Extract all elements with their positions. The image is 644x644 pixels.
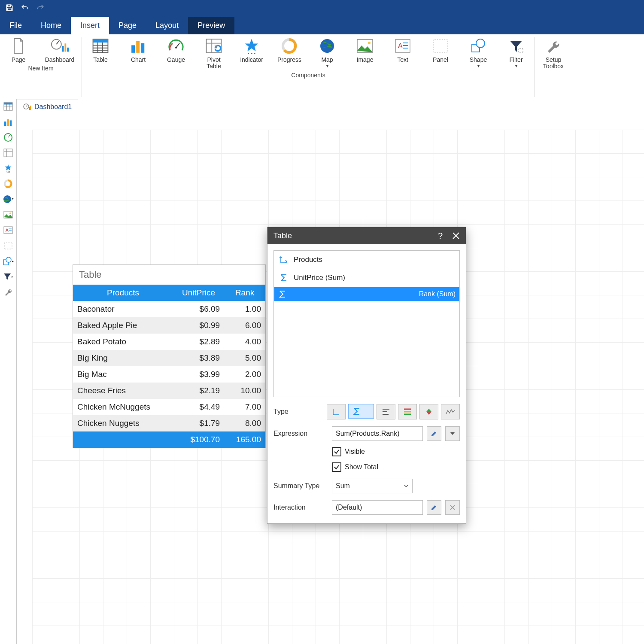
col-products[interactable]: Products bbox=[73, 285, 173, 301]
svg-point-17 bbox=[175, 47, 177, 49]
chevron-down-icon: ▾ bbox=[326, 64, 328, 68]
toolbox-text-icon[interactable]: A bbox=[3, 225, 14, 236]
toolbox-progress-icon[interactable] bbox=[3, 178, 14, 189]
toolbox-shape-icon[interactable]: ▸ bbox=[3, 255, 14, 267]
panel-icon bbox=[431, 37, 450, 55]
toolbox-panel-icon[interactable] bbox=[3, 240, 14, 251]
ribbon-filter[interactable]: Filter▾ bbox=[502, 37, 530, 63]
col-unitprice[interactable]: UnitPrice bbox=[173, 285, 224, 301]
image-icon bbox=[356, 37, 374, 55]
toolbox-pivot-icon[interactable] bbox=[3, 147, 14, 158]
toolbox-gauge-icon[interactable] bbox=[3, 132, 14, 143]
ribbon-group-label: Components bbox=[291, 72, 325, 79]
svg-marker-51 bbox=[5, 164, 12, 170]
dimension-icon bbox=[279, 255, 289, 264]
table-row[interactable]: Cheese Fries$2.1910.00 bbox=[73, 383, 265, 399]
ribbon-dashboard[interactable]: Dashboard bbox=[42, 37, 77, 63]
toolbox-table-icon[interactable] bbox=[3, 101, 14, 112]
menu-home[interactable]: Home bbox=[31, 17, 71, 34]
toolbox-map-icon[interactable]: ▸ bbox=[3, 194, 14, 205]
ribbon-page[interactable]: Page bbox=[4, 37, 33, 63]
type-dimension-button[interactable] bbox=[327, 404, 346, 419]
progress-icon bbox=[280, 37, 298, 55]
ribbon-panel[interactable]: Panel bbox=[426, 37, 455, 63]
edit-expression-button[interactable] bbox=[427, 426, 441, 441]
table-row[interactable]: Big King$3.895.00 bbox=[73, 350, 265, 366]
table-row[interactable]: Big Mac$3.992.00 bbox=[73, 366, 265, 383]
table-row[interactable]: Baked Potato$2.894.00 bbox=[73, 334, 265, 350]
ribbon-setup-toolbox[interactable]: Setup Toolbox bbox=[539, 37, 568, 70]
svg-rect-13 bbox=[131, 45, 135, 52]
workspace: 100 ▸ A ▸ ▸ Dashboard1 Table Products bbox=[0, 99, 644, 644]
tab-dashboard1[interactable]: Dashboard1 bbox=[17, 100, 78, 114]
toolbox-chart-icon[interactable] bbox=[3, 116, 14, 128]
toolbox-setup-icon[interactable] bbox=[3, 286, 14, 298]
design-canvas[interactable]: Table Products UnitPrice Rank Baconator$… bbox=[17, 114, 644, 644]
toolbox-image-icon[interactable] bbox=[3, 209, 14, 220]
interaction-input[interactable]: (Default) bbox=[332, 500, 423, 515]
table-row[interactable]: Chicken McNuggets$4.497.00 bbox=[73, 399, 265, 415]
chevron-down-icon: ▾ bbox=[477, 64, 480, 68]
chart-icon bbox=[129, 37, 147, 55]
clear-interaction-button[interactable] bbox=[445, 500, 460, 515]
table-row[interactable]: Baked Apple Pie$0.996.00 bbox=[73, 317, 265, 334]
visible-checkbox[interactable]: Visible bbox=[332, 447, 460, 456]
ribbon-indicator[interactable]: 100Indicator bbox=[237, 37, 266, 63]
field-products[interactable]: Products bbox=[274, 251, 459, 269]
toolbox-indicator-icon[interactable]: 100 bbox=[3, 163, 14, 174]
map-icon bbox=[318, 37, 336, 55]
svg-point-56 bbox=[9, 213, 11, 214]
type-sparkline-button[interactable] bbox=[441, 404, 460, 419]
close-icon[interactable] bbox=[452, 232, 460, 240]
menu-preview[interactable]: Preview bbox=[188, 17, 234, 34]
edit-interaction-button[interactable] bbox=[427, 500, 441, 515]
svg-rect-61 bbox=[4, 242, 12, 249]
ribbon-map[interactable]: Map▾ bbox=[313, 37, 341, 63]
text-icon: A bbox=[394, 37, 412, 55]
wrench-icon bbox=[544, 37, 562, 55]
help-icon[interactable]: ? bbox=[438, 231, 443, 241]
ribbon-progress[interactable]: Progress bbox=[275, 37, 304, 63]
type-bars-button[interactable] bbox=[377, 404, 395, 419]
svg-rect-44 bbox=[7, 119, 9, 126]
table-row[interactable]: Chicken Nuggets$1.798.00 bbox=[73, 415, 265, 431]
col-rank[interactable]: Rank bbox=[224, 285, 265, 301]
field-unitprice[interactable]: UnitPrice (Sum) bbox=[274, 269, 459, 287]
undo-button[interactable] bbox=[19, 2, 31, 14]
ribbon-shape[interactable]: Shape▾ bbox=[464, 37, 492, 63]
page-icon bbox=[9, 37, 27, 55]
field-rank[interactable]: Rank (Sum) bbox=[274, 287, 459, 301]
ribbon-pivot[interactable]: Pivot Table bbox=[200, 37, 228, 70]
ribbon-table[interactable]: Table bbox=[86, 37, 115, 63]
save-button[interactable] bbox=[3, 2, 15, 14]
table-component[interactable]: Table Products UnitPrice Rank Baconator$… bbox=[73, 264, 266, 448]
expression-dropdown-button[interactable] bbox=[445, 426, 460, 441]
expression-input[interactable]: Sum(Products.Rank) bbox=[332, 426, 423, 441]
type-updown-button[interactable] bbox=[419, 404, 438, 419]
ribbon-chart[interactable]: Chart bbox=[124, 37, 152, 63]
summary-type-select[interactable]: Sum bbox=[332, 479, 413, 493]
ribbon-text[interactable]: AText bbox=[389, 37, 417, 63]
showtotal-checkbox[interactable]: Show Total bbox=[332, 462, 460, 472]
sigma-icon bbox=[278, 289, 287, 299]
type-measure-button[interactable] bbox=[348, 404, 374, 419]
left-toolbox: 100 ▸ A ▸ ▸ bbox=[0, 99, 17, 644]
ribbon-gauge[interactable]: Gauge bbox=[162, 37, 190, 63]
redo-button[interactable] bbox=[34, 2, 46, 14]
ribbon-image[interactable]: Image bbox=[351, 37, 379, 63]
table-row[interactable]: Baconator$6.091.00 bbox=[73, 301, 265, 317]
filter-icon bbox=[507, 37, 525, 55]
fields-list[interactable]: Products UnitPrice (Sum) Rank (Sum) bbox=[273, 250, 460, 397]
ribbon: Page Dashboard New Item Table Chart Gaug… bbox=[0, 34, 644, 99]
indicator-icon: 100 bbox=[243, 37, 261, 55]
menu-layout[interactable]: Layout bbox=[146, 17, 188, 34]
menu-page[interactable]: Page bbox=[109, 17, 146, 34]
menu-file[interactable]: File bbox=[0, 17, 31, 34]
type-colorbars-button[interactable] bbox=[398, 404, 417, 419]
table-properties-dialog: Table ? Products UnitPrice bbox=[267, 227, 466, 524]
svg-point-54 bbox=[3, 195, 11, 203]
document-tabs: Dashboard1 bbox=[17, 99, 644, 114]
toolbox-filter-icon[interactable]: ▸ bbox=[3, 271, 14, 282]
menu-insert[interactable]: Insert bbox=[71, 17, 109, 34]
dialog-titlebar[interactable]: Table ? bbox=[267, 227, 466, 244]
